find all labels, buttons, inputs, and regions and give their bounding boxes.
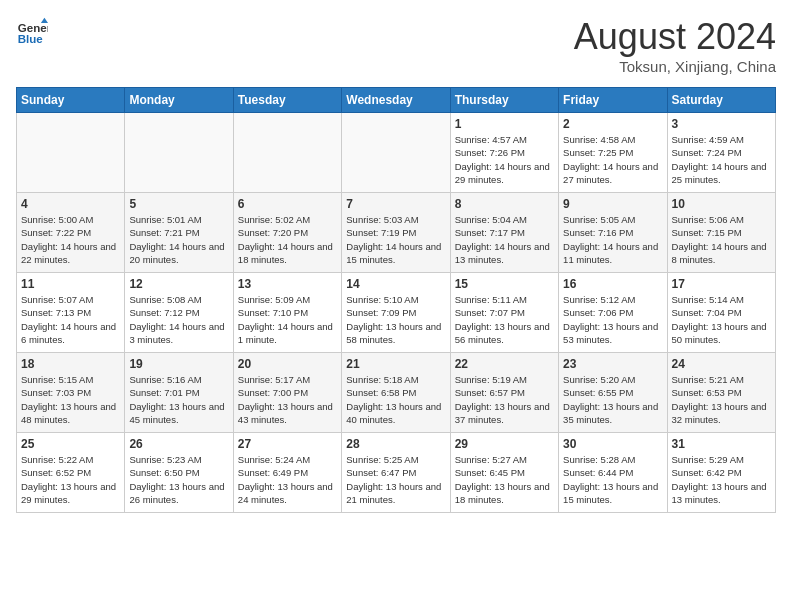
day-info: Sunrise: 5:16 AMSunset: 7:01 PMDaylight:… — [129, 373, 228, 426]
day-info: Sunrise: 5:27 AMSunset: 6:45 PMDaylight:… — [455, 453, 554, 506]
day-number: 16 — [563, 277, 662, 291]
calendar-cell: 18Sunrise: 5:15 AMSunset: 7:03 PMDayligh… — [17, 353, 125, 433]
day-info: Sunrise: 4:58 AMSunset: 7:25 PMDaylight:… — [563, 133, 662, 186]
day-info: Sunrise: 5:17 AMSunset: 7:00 PMDaylight:… — [238, 373, 337, 426]
weekday-header-row: SundayMondayTuesdayWednesdayThursdayFrid… — [17, 88, 776, 113]
day-number: 3 — [672, 117, 771, 131]
calendar-cell: 7Sunrise: 5:03 AMSunset: 7:19 PMDaylight… — [342, 193, 450, 273]
day-number: 10 — [672, 197, 771, 211]
day-number: 25 — [21, 437, 120, 451]
calendar-cell: 24Sunrise: 5:21 AMSunset: 6:53 PMDayligh… — [667, 353, 775, 433]
calendar-cell: 20Sunrise: 5:17 AMSunset: 7:00 PMDayligh… — [233, 353, 341, 433]
weekday-header-wednesday: Wednesday — [342, 88, 450, 113]
day-number: 27 — [238, 437, 337, 451]
day-info: Sunrise: 5:28 AMSunset: 6:44 PMDaylight:… — [563, 453, 662, 506]
day-number: 28 — [346, 437, 445, 451]
day-info: Sunrise: 5:18 AMSunset: 6:58 PMDaylight:… — [346, 373, 445, 426]
day-info: Sunrise: 5:01 AMSunset: 7:21 PMDaylight:… — [129, 213, 228, 266]
calendar-cell: 31Sunrise: 5:29 AMSunset: 6:42 PMDayligh… — [667, 433, 775, 513]
day-number: 2 — [563, 117, 662, 131]
calendar-week-row: 18Sunrise: 5:15 AMSunset: 7:03 PMDayligh… — [17, 353, 776, 433]
day-info: Sunrise: 5:25 AMSunset: 6:47 PMDaylight:… — [346, 453, 445, 506]
day-number: 5 — [129, 197, 228, 211]
calendar-cell: 28Sunrise: 5:25 AMSunset: 6:47 PMDayligh… — [342, 433, 450, 513]
calendar-cell: 8Sunrise: 5:04 AMSunset: 7:17 PMDaylight… — [450, 193, 558, 273]
calendar-week-row: 1Sunrise: 4:57 AMSunset: 7:26 PMDaylight… — [17, 113, 776, 193]
day-info: Sunrise: 5:00 AMSunset: 7:22 PMDaylight:… — [21, 213, 120, 266]
calendar-cell: 12Sunrise: 5:08 AMSunset: 7:12 PMDayligh… — [125, 273, 233, 353]
calendar-cell: 30Sunrise: 5:28 AMSunset: 6:44 PMDayligh… — [559, 433, 667, 513]
calendar-cell: 21Sunrise: 5:18 AMSunset: 6:58 PMDayligh… — [342, 353, 450, 433]
calendar-cell: 6Sunrise: 5:02 AMSunset: 7:20 PMDaylight… — [233, 193, 341, 273]
calendar-cell: 15Sunrise: 5:11 AMSunset: 7:07 PMDayligh… — [450, 273, 558, 353]
calendar-cell — [17, 113, 125, 193]
weekday-header-friday: Friday — [559, 88, 667, 113]
day-info: Sunrise: 5:24 AMSunset: 6:49 PMDaylight:… — [238, 453, 337, 506]
day-number: 4 — [21, 197, 120, 211]
calendar-cell: 26Sunrise: 5:23 AMSunset: 6:50 PMDayligh… — [125, 433, 233, 513]
weekday-header-monday: Monday — [125, 88, 233, 113]
calendar-cell: 29Sunrise: 5:27 AMSunset: 6:45 PMDayligh… — [450, 433, 558, 513]
day-number: 17 — [672, 277, 771, 291]
weekday-header-tuesday: Tuesday — [233, 88, 341, 113]
day-info: Sunrise: 5:29 AMSunset: 6:42 PMDaylight:… — [672, 453, 771, 506]
calendar-cell — [233, 113, 341, 193]
calendar-week-row: 11Sunrise: 5:07 AMSunset: 7:13 PMDayligh… — [17, 273, 776, 353]
calendar-cell: 25Sunrise: 5:22 AMSunset: 6:52 PMDayligh… — [17, 433, 125, 513]
day-info: Sunrise: 5:20 AMSunset: 6:55 PMDaylight:… — [563, 373, 662, 426]
day-info: Sunrise: 5:22 AMSunset: 6:52 PMDaylight:… — [21, 453, 120, 506]
logo: General Blue — [16, 16, 48, 48]
calendar-cell — [342, 113, 450, 193]
day-info: Sunrise: 5:09 AMSunset: 7:10 PMDaylight:… — [238, 293, 337, 346]
day-number: 29 — [455, 437, 554, 451]
day-number: 6 — [238, 197, 337, 211]
calendar-cell: 5Sunrise: 5:01 AMSunset: 7:21 PMDaylight… — [125, 193, 233, 273]
day-info: Sunrise: 5:06 AMSunset: 7:15 PMDaylight:… — [672, 213, 771, 266]
day-info: Sunrise: 5:05 AMSunset: 7:16 PMDaylight:… — [563, 213, 662, 266]
title-block: August 2024 Toksun, Xinjiang, China — [574, 16, 776, 75]
weekday-header-thursday: Thursday — [450, 88, 558, 113]
logo-icon: General Blue — [16, 16, 48, 48]
day-number: 19 — [129, 357, 228, 371]
day-number: 24 — [672, 357, 771, 371]
calendar-cell: 3Sunrise: 4:59 AMSunset: 7:24 PMDaylight… — [667, 113, 775, 193]
day-number: 12 — [129, 277, 228, 291]
day-info: Sunrise: 4:59 AMSunset: 7:24 PMDaylight:… — [672, 133, 771, 186]
month-year: August 2024 — [574, 16, 776, 58]
calendar-cell: 27Sunrise: 5:24 AMSunset: 6:49 PMDayligh… — [233, 433, 341, 513]
day-info: Sunrise: 5:14 AMSunset: 7:04 PMDaylight:… — [672, 293, 771, 346]
day-info: Sunrise: 5:07 AMSunset: 7:13 PMDaylight:… — [21, 293, 120, 346]
day-info: Sunrise: 5:11 AMSunset: 7:07 PMDaylight:… — [455, 293, 554, 346]
calendar-cell: 1Sunrise: 4:57 AMSunset: 7:26 PMDaylight… — [450, 113, 558, 193]
day-info: Sunrise: 4:57 AMSunset: 7:26 PMDaylight:… — [455, 133, 554, 186]
calendar-week-row: 4Sunrise: 5:00 AMSunset: 7:22 PMDaylight… — [17, 193, 776, 273]
day-number: 31 — [672, 437, 771, 451]
day-info: Sunrise: 5:12 AMSunset: 7:06 PMDaylight:… — [563, 293, 662, 346]
calendar-cell: 17Sunrise: 5:14 AMSunset: 7:04 PMDayligh… — [667, 273, 775, 353]
day-number: 11 — [21, 277, 120, 291]
svg-text:Blue: Blue — [18, 33, 44, 45]
weekday-header-sunday: Sunday — [17, 88, 125, 113]
day-info: Sunrise: 5:15 AMSunset: 7:03 PMDaylight:… — [21, 373, 120, 426]
day-number: 22 — [455, 357, 554, 371]
svg-marker-2 — [41, 18, 48, 23]
calendar-week-row: 25Sunrise: 5:22 AMSunset: 6:52 PMDayligh… — [17, 433, 776, 513]
day-number: 15 — [455, 277, 554, 291]
day-info: Sunrise: 5:02 AMSunset: 7:20 PMDaylight:… — [238, 213, 337, 266]
day-number: 1 — [455, 117, 554, 131]
calendar-cell: 11Sunrise: 5:07 AMSunset: 7:13 PMDayligh… — [17, 273, 125, 353]
day-number: 8 — [455, 197, 554, 211]
location: Toksun, Xinjiang, China — [574, 58, 776, 75]
day-number: 13 — [238, 277, 337, 291]
day-number: 30 — [563, 437, 662, 451]
day-info: Sunrise: 5:03 AMSunset: 7:19 PMDaylight:… — [346, 213, 445, 266]
day-number: 20 — [238, 357, 337, 371]
day-number: 26 — [129, 437, 228, 451]
day-info: Sunrise: 5:08 AMSunset: 7:12 PMDaylight:… — [129, 293, 228, 346]
day-number: 7 — [346, 197, 445, 211]
page-header: General Blue August 2024 Toksun, Xinjian… — [16, 16, 776, 75]
day-info: Sunrise: 5:19 AMSunset: 6:57 PMDaylight:… — [455, 373, 554, 426]
day-info: Sunrise: 5:10 AMSunset: 7:09 PMDaylight:… — [346, 293, 445, 346]
calendar-cell: 22Sunrise: 5:19 AMSunset: 6:57 PMDayligh… — [450, 353, 558, 433]
calendar-cell: 4Sunrise: 5:00 AMSunset: 7:22 PMDaylight… — [17, 193, 125, 273]
